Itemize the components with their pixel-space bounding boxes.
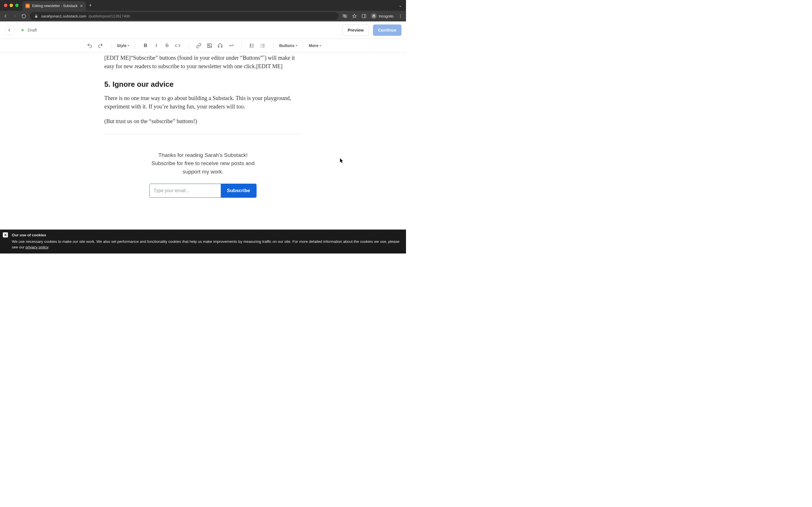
- subscribe-form: Subscribe: [149, 184, 257, 198]
- cookie-title: Our use of cookies: [12, 232, 402, 238]
- svg-point-6: [400, 17, 401, 18]
- draft-status-label: Draft: [28, 27, 37, 33]
- redo-icon[interactable]: [96, 41, 105, 50]
- window-maximize-button[interactable]: [15, 4, 18, 7]
- editor-header: Draft Preview Continue: [0, 21, 406, 39]
- insert-break-icon[interactable]: [227, 41, 235, 50]
- eye-off-icon[interactable]: [342, 13, 348, 19]
- lock-icon: [33, 13, 39, 19]
- side-panel-icon[interactable]: [361, 13, 367, 19]
- url-path: /publish/post/112617400: [89, 14, 130, 18]
- editor-back-button[interactable]: [4, 25, 15, 35]
- buttons-dropdown[interactable]: Buttons ▾: [277, 43, 299, 48]
- svg-point-10: [250, 45, 251, 46]
- subscribe-widget: Thanks for reading Sarah’s Substack! Sub…: [104, 151, 302, 198]
- star-icon[interactable]: [352, 13, 357, 19]
- cookie-body: We use necessary cookies to make our sit…: [12, 239, 402, 250]
- style-dropdown[interactable]: Style ▾: [115, 43, 131, 48]
- svg-point-11: [250, 47, 251, 47]
- bullet-list-icon[interactable]: [248, 41, 256, 50]
- style-label: Style: [117, 43, 126, 48]
- reload-icon[interactable]: [21, 13, 27, 19]
- code-icon[interactable]: [173, 41, 182, 50]
- browser-tab-strip: Editing newsletter - Substack ✕ + ⌄: [0, 0, 406, 11]
- cookie-banner: ✕ Our use of cookies We use necessary co…: [0, 230, 406, 253]
- heading-5[interactable]: 5. Ignore our advice: [104, 80, 302, 89]
- svg-rect-1: [27, 6, 29, 6]
- buttons-label: Buttons: [279, 43, 295, 48]
- chevron-down-icon: ▾: [296, 44, 297, 47]
- url-host: sarahjonas1.substack.com: [41, 14, 86, 18]
- svg-rect-3: [362, 14, 366, 18]
- cookie-body-text: We use necessary cookies to make our sit…: [12, 239, 400, 249]
- browser-right-icons: Incognito: [342, 13, 403, 19]
- audio-icon[interactable]: [216, 41, 224, 50]
- subscribe-message[interactable]: Thanks for reading Sarah’s Substack! Sub…: [149, 151, 257, 176]
- svg-rect-7: [207, 44, 212, 47]
- kebab-menu-icon[interactable]: [398, 13, 403, 19]
- chevron-down-icon: ▾: [320, 44, 321, 47]
- incognito-indicator[interactable]: Incognito: [371, 13, 394, 19]
- browser-address-bar: sarahjonas1.substack.com/publish/post/11…: [0, 11, 406, 21]
- bold-icon[interactable]: B: [141, 41, 150, 50]
- paragraph[interactable]: [EDIT ME]“Subscribe” buttons (found in y…: [104, 54, 302, 70]
- preview-button[interactable]: Preview: [342, 24, 369, 36]
- new-tab-button[interactable]: +: [89, 3, 92, 8]
- more-dropdown[interactable]: More ▾: [307, 43, 323, 48]
- incognito-icon: [371, 13, 377, 19]
- italic-icon[interactable]: I: [152, 41, 160, 50]
- image-icon[interactable]: [205, 41, 214, 50]
- undo-icon[interactable]: [86, 41, 94, 50]
- svg-text:3: 3: [261, 46, 262, 48]
- svg-point-8: [208, 45, 209, 45]
- privacy-policy-link[interactable]: privacy policy: [26, 245, 48, 249]
- back-icon[interactable]: [3, 13, 8, 19]
- link-icon[interactable]: [195, 41, 203, 50]
- strikethrough-icon[interactable]: S: [163, 41, 171, 50]
- subscribe-button[interactable]: Subscribe: [221, 184, 256, 198]
- svg-point-9: [250, 44, 251, 45]
- window-close-button[interactable]: [4, 4, 7, 7]
- browser-tab[interactable]: Editing newsletter - Substack ✕: [22, 1, 86, 11]
- cookie-body-suffix: .: [48, 245, 49, 249]
- more-label: More: [309, 43, 319, 48]
- numbered-list-icon[interactable]: 123: [259, 41, 267, 50]
- svg-point-4: [400, 14, 401, 15]
- window-minimize-button[interactable]: [10, 4, 13, 7]
- tab-close-icon[interactable]: ✕: [80, 4, 83, 8]
- incognito-label: Incognito: [378, 14, 394, 18]
- url-input[interactable]: sarahjonas1.substack.com/publish/post/11…: [30, 12, 339, 20]
- tab-overflow-icon[interactable]: ⌄: [399, 3, 404, 8]
- divider: [104, 134, 302, 134]
- editor-canvas[interactable]: [EDIT ME]“Subscribe” buttons (found in y…: [0, 52, 406, 253]
- svg-point-5: [400, 16, 401, 17]
- editor-toolbar: Style ▾ B I S 123 Buttons: [0, 39, 406, 52]
- window-controls: [4, 4, 18, 7]
- paragraph[interactable]: There is no one true way to go about bui…: [104, 94, 302, 111]
- substack-favicon-icon: [26, 4, 30, 8]
- paragraph[interactable]: (But trust us on the “subscribe” buttons…: [104, 117, 302, 125]
- draft-status-dot: [21, 29, 24, 31]
- chevron-down-icon: ▾: [128, 44, 129, 47]
- tab-title: Editing newsletter - Substack: [32, 4, 78, 8]
- email-input[interactable]: [150, 184, 221, 198]
- cookie-close-button[interactable]: ✕: [3, 232, 8, 237]
- continue-button[interactable]: Continue: [373, 24, 402, 36]
- svg-rect-0: [27, 5, 29, 5]
- forward-icon[interactable]: [12, 13, 17, 19]
